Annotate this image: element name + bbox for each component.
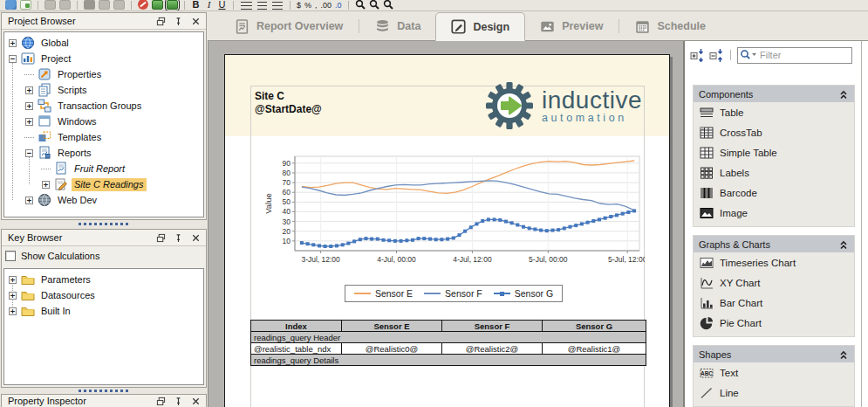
timeseries-chart[interactable]: 1020304050607080903-Jul, 12:004-Jul, 00:… bbox=[263, 151, 645, 315]
tree-item-project[interactable]: −Project bbox=[4, 51, 203, 66]
collapse-section-icon[interactable] bbox=[838, 348, 849, 361]
translate-icon[interactable] bbox=[152, 0, 163, 10]
expand-icon[interactable]: + bbox=[41, 180, 51, 190]
table-band-readings-query-details[interactable]: readings_query Details bbox=[251, 355, 646, 366]
table-header-sensor-f[interactable]: Sensor F bbox=[442, 321, 543, 332]
align-right-icon[interactable] bbox=[272, 2, 283, 10]
tree-item-reports[interactable]: −Reports bbox=[4, 145, 203, 161]
underline-button[interactable]: U bbox=[217, 0, 227, 10]
expand-icon[interactable]: + bbox=[24, 196, 34, 205]
collapse-section-icon[interactable] bbox=[838, 88, 849, 100]
palette-item-image[interactable]: Image bbox=[694, 203, 854, 223]
table-cell[interactable]: @Realistic0@ bbox=[342, 343, 442, 355]
align-left-icon[interactable] bbox=[241, 2, 252, 10]
tab-data[interactable]: Data bbox=[360, 12, 435, 40]
collapse-all-icon[interactable] bbox=[709, 48, 724, 63]
report-page[interactable]: Site C @StartDate@ bbox=[224, 54, 670, 407]
pin-panel-icon[interactable] bbox=[173, 16, 184, 27]
palette-item-crosstab[interactable]: CrossTab bbox=[694, 122, 854, 142]
currency-format-button[interactable]: $ bbox=[297, 1, 301, 10]
add-decimal-button[interactable]: .00 bbox=[321, 1, 332, 10]
expand-icon[interactable]: + bbox=[8, 291, 17, 300]
table-header-sensor-e[interactable]: Sensor E bbox=[342, 321, 442, 332]
design-workspace[interactable]: Site C @StartDate@ bbox=[208, 41, 683, 407]
comma-format-button[interactable]: , bbox=[315, 1, 318, 10]
zoom-reset-icon[interactable] bbox=[369, 0, 379, 10]
report-title-text[interactable]: Site C bbox=[255, 90, 322, 103]
expand-icon[interactable]: + bbox=[8, 38, 17, 48]
panel-splitter[interactable] bbox=[0, 220, 207, 228]
close-panel-icon[interactable] bbox=[190, 232, 202, 244]
table-cell[interactable]: @Realistic1@ bbox=[543, 343, 646, 355]
pin-panel-icon[interactable] bbox=[173, 396, 184, 407]
zoom-in-icon[interactable] bbox=[383, 0, 393, 10]
expand-icon[interactable]: + bbox=[8, 275, 17, 285]
expand-icon[interactable]: + bbox=[24, 117, 34, 127]
tree-item-properties[interactable]: Properties bbox=[4, 66, 203, 82]
table-header-sensor-g[interactable]: Sensor G bbox=[543, 321, 646, 332]
palette-item-table[interactable]: Table bbox=[694, 102, 854, 122]
tree-item-windows[interactable]: +Windows bbox=[4, 114, 203, 129]
cut-icon[interactable] bbox=[84, 0, 95, 10]
section-header-shapes[interactable]: Shapes bbox=[694, 346, 854, 362]
table-cell[interactable]: @Realistic2@ bbox=[442, 343, 543, 355]
expand-all-icon[interactable] bbox=[690, 48, 705, 63]
translate-selected-icon[interactable] bbox=[167, 0, 178, 10]
gateway-icon[interactable] bbox=[5, 0, 17, 10]
remove-decimal-button[interactable]: .0 bbox=[335, 1, 342, 10]
bold-button[interactable]: B bbox=[191, 0, 201, 10]
collapse-icon[interactable]: − bbox=[24, 148, 34, 158]
align-center-icon[interactable] bbox=[257, 2, 267, 10]
section-header-components[interactable]: Components bbox=[694, 86, 854, 102]
pin-panel-icon[interactable] bbox=[173, 232, 184, 244]
tree-item-fruit-report[interactable]: Fruit Report bbox=[4, 161, 203, 176]
report-startdate-key[interactable]: @StartDate@ bbox=[255, 103, 322, 116]
palette-item-bar-chart[interactable]: Bar Chart bbox=[694, 293, 854, 313]
tree-item-global[interactable]: +Global bbox=[4, 35, 203, 51]
export-icon[interactable] bbox=[20, 0, 31, 10]
palette-item-text[interactable]: ABCText bbox=[694, 362, 854, 383]
percent-format-button[interactable]: % bbox=[304, 1, 311, 10]
tab-preview[interactable]: Preview bbox=[525, 12, 618, 40]
tree-item-built-in[interactable]: +Built In bbox=[4, 303, 203, 319]
float-panel-icon[interactable] bbox=[155, 232, 167, 244]
expand-icon[interactable]: + bbox=[24, 101, 34, 111]
close-panel-icon[interactable] bbox=[190, 396, 202, 407]
tab-separator bbox=[359, 19, 359, 33]
palette-item-barcode[interactable]: Barcode bbox=[694, 183, 854, 203]
expand-icon[interactable]: + bbox=[8, 307, 17, 316]
palette-item-labels[interactable]: Labels bbox=[694, 162, 854, 183]
chart-plot[interactable]: 1020304050607080903-Jul, 12:004-Jul, 00:… bbox=[263, 151, 645, 275]
tree-item-site-c-readings[interactable]: +Site C Readings bbox=[4, 176, 203, 192]
expand-icon[interactable]: + bbox=[24, 86, 34, 95]
tree-item-transaction-groups[interactable]: +Transaction Groups bbox=[4, 98, 203, 114]
float-panel-icon[interactable] bbox=[155, 396, 167, 407]
tree-item-parameters[interactable]: +Parameters bbox=[4, 272, 203, 287]
table-cell[interactable]: @realistic_table_ndx bbox=[251, 343, 342, 355]
palette-item-timeseries-chart[interactable]: Timeseries Chart bbox=[694, 252, 854, 272]
tab-report-overview[interactable]: Report Overview bbox=[220, 12, 358, 40]
table-header-index[interactable]: Index bbox=[251, 321, 342, 332]
report-table[interactable]: IndexSensor ESensor FSensor Greadings_qu… bbox=[250, 320, 646, 366]
palette-item-xy-chart[interactable]: XY Chart bbox=[694, 272, 854, 293]
tab-schedule[interactable]: Schedule bbox=[620, 12, 721, 40]
show-calculations-checkbox[interactable] bbox=[5, 251, 16, 261]
tree-item-web-dev[interactable]: +Web Dev bbox=[4, 192, 203, 208]
tab-design[interactable]: Design bbox=[435, 12, 525, 41]
close-panel-icon[interactable] bbox=[190, 16, 202, 27]
no-entry-icon[interactable] bbox=[138, 0, 148, 10]
palette-item-simple-table[interactable]: Simple Table bbox=[694, 142, 854, 162]
tree-item-datasources[interactable]: +Datasources bbox=[4, 287, 203, 303]
zoom-out-icon[interactable] bbox=[355, 0, 366, 10]
collapse-icon[interactable]: − bbox=[8, 54, 17, 64]
tree-item-scripts[interactable]: +Scripts bbox=[4, 82, 203, 98]
inductive-automation-logo[interactable]: inductive automation bbox=[485, 81, 642, 130]
table-band-readings-query-header[interactable]: readings_query Header bbox=[251, 332, 646, 343]
palette-item-pie-chart[interactable]: Pie Chart bbox=[694, 313, 854, 333]
tree-item-templates[interactable]: Templates bbox=[4, 129, 203, 145]
collapse-section-icon[interactable] bbox=[838, 238, 849, 251]
float-panel-icon[interactable] bbox=[155, 16, 167, 27]
section-header-graphs-charts[interactable]: Graphs & Charts bbox=[694, 236, 854, 252]
italic-button[interactable]: I bbox=[204, 0, 214, 10]
palette-item-line[interactable]: Line bbox=[694, 383, 854, 403]
